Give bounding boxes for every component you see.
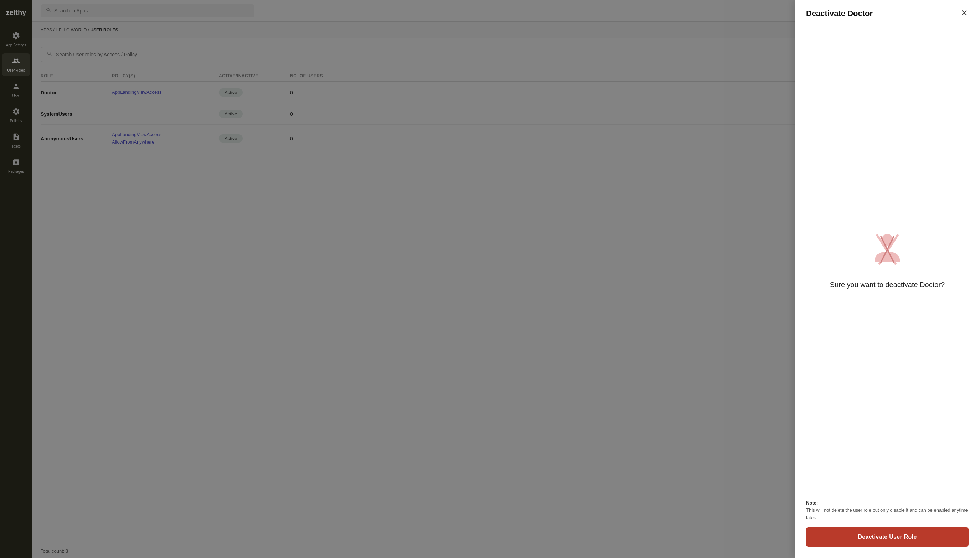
- deactivate-modal: Deactivate Doctor: [795, 0, 980, 558]
- modal-title: Deactivate Doctor: [806, 9, 873, 18]
- modal-body: Sure you want to deactivate Doctor?: [795, 27, 980, 491]
- note-body: This will not delete the user role but o…: [806, 507, 968, 520]
- note-label: Note:: [806, 500, 818, 505]
- confirmation-text: Sure you want to deactivate Doctor?: [830, 279, 945, 290]
- deactivate-user-icon: [866, 228, 909, 271]
- deactivate-button[interactable]: Deactivate User Role: [806, 527, 969, 547]
- close-button[interactable]: [960, 8, 969, 18]
- note-text: Note: This will not delete the user role…: [806, 500, 969, 522]
- modal-footer: Note: This will not delete the user role…: [795, 491, 980, 558]
- modal-header: Deactivate Doctor: [795, 0, 980, 27]
